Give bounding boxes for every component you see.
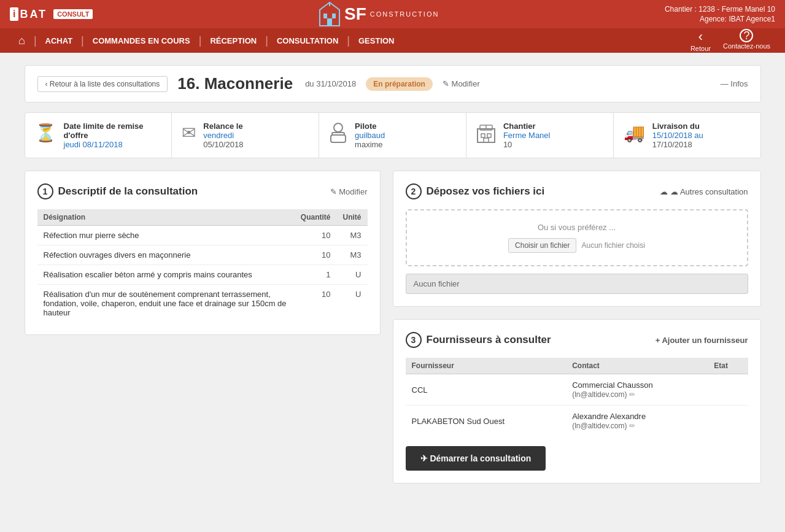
cell-designation: Réalisation d'un mur de soutènement comp…: [37, 285, 295, 323]
supplier-row: PLAKABETON Sud Ouest Alexandre Alexandre…: [406, 406, 748, 437]
edit-contact-icon[interactable]: ✏: [629, 422, 635, 430]
section3-header: 3 Fournisseurs à consulter + Ajouter un …: [406, 332, 748, 348]
supplier-table: Fournisseur Contact Etat CCL Commercial …: [406, 358, 748, 436]
no-file-chosen: Aucun fichier choisi: [581, 241, 644, 250]
cell-fournisseur: PLAKABETON Sud Ouest: [406, 406, 567, 437]
relance-title: Relance le: [203, 121, 243, 131]
choose-file-button[interactable]: Choisir un fichier: [508, 238, 576, 253]
section1-number: 1: [37, 183, 53, 199]
livraison-title: Livraison du: [652, 121, 703, 131]
table-row: Réalisation escalier béton armé y compri…: [37, 265, 368, 285]
cell-contact: Alexandre Alexandre (ln@altidev.com) ✏: [566, 406, 708, 437]
col-designation: Désignation: [37, 209, 295, 226]
col-fournisseur: Fournisseur: [406, 358, 567, 374]
svg-rect-11: [484, 138, 489, 142]
nav-consultation[interactable]: CONSULTATION: [268, 28, 347, 53]
edit-contact-icon[interactable]: ✏: [629, 390, 635, 399]
info-card-livraison: 🚚 Livraison du 15/10/2018 au 17/10/2018: [614, 113, 760, 158]
cell-designation: Réfection ouvrages divers en maçonnerie: [37, 245, 295, 265]
col-unite: Unité: [337, 209, 368, 226]
cell-unite: U: [337, 285, 368, 323]
top-bar: i BAT CONSULT SF CONSTRUCTION Chantier :…: [0, 0, 785, 28]
left-panel: 1 Descriptif de la consultation ✎ Modifi…: [25, 171, 381, 484]
contact-icon: ?: [740, 29, 753, 42]
section1-header: 1 Descriptif de la consultation ✎ Modifi…: [37, 183, 368, 199]
company-logo: SF CONSTRUCTION: [319, 1, 439, 27]
chantier-value: Ferme Manel: [503, 131, 551, 140]
mail-icon: ✉: [182, 123, 196, 143]
deadline-value: jeudi 08/11/2018: [64, 140, 162, 149]
nav-achat[interactable]: ACHAT: [37, 28, 82, 53]
contact-name: Commercial Chausson: [572, 380, 653, 390]
nav-gestion[interactable]: GESTION: [350, 28, 403, 53]
section3-number: 3: [406, 332, 422, 348]
table-row: Réfection ouvrages divers en maçonnerie …: [37, 245, 368, 265]
nav-back-button[interactable]: ‹ Retour: [686, 29, 716, 52]
cell-fournisseur: CCL: [406, 374, 567, 406]
info-card-pilote: Pilote guilbaud maxime: [319, 113, 466, 158]
nav-back-label: Retour: [690, 45, 711, 52]
supplier-row: CCL Commercial Chausson (ln@altidev.com)…: [406, 374, 748, 406]
info-card-chantier: Chantier Ferme Manel 10: [466, 113, 614, 158]
modifier-button[interactable]: ✎ Modifier: [443, 79, 480, 88]
cell-quantite: 10: [295, 245, 337, 265]
relance-value: vendredi: [203, 131, 243, 140]
nav-home[interactable]: ⌂: [10, 28, 34, 53]
cell-unite: M3: [337, 226, 368, 245]
logo-i: i: [10, 7, 18, 21]
section2-header: 2 Déposez vos fichiers ici ☁ ☁ Autres co…: [406, 183, 748, 199]
ibat-logo: i BAT: [10, 7, 47, 21]
chantier-title: Chantier: [503, 121, 551, 131]
person-icon: [329, 123, 347, 149]
drop-text: Ou si vous préférez ...: [538, 223, 616, 232]
building-svg-icon: [319, 1, 341, 27]
cell-designation: Réalisation escalier béton armé y compri…: [37, 265, 295, 285]
descriptif-table: Désignation Quantité Unité Réfection mur…: [37, 209, 368, 322]
sf-construction: CONSTRUCTION: [370, 10, 439, 18]
sf-logo: SF: [344, 4, 366, 24]
cell-etat: [708, 406, 748, 437]
status-badge: En préparation: [366, 77, 433, 91]
right-panel: 2 Déposez vos fichiers ici ☁ ☁ Autres co…: [393, 171, 761, 484]
back-to-list-button[interactable]: ‹ Retour à la liste des consultations: [37, 76, 168, 92]
svg-rect-10: [487, 134, 491, 137]
infos-button[interactable]: — Infos: [721, 79, 748, 88]
nav-commandes[interactable]: COMMANDES EN COURS: [84, 28, 199, 53]
chantier-info: Chantier : 1238 - Ferme Manel 10: [665, 5, 775, 13]
nav-reception[interactable]: RÉCEPTION: [201, 28, 265, 53]
page-title: 16. Maconnerie: [177, 74, 293, 93]
nav-bar: ⌂ | ACHAT | COMMANDES EN COURS | RÉCEPTI…: [0, 28, 785, 53]
agence-info: Agence: IBAT Agence1: [700, 15, 775, 23]
livraison-value: 15/10/2018 au: [652, 131, 703, 140]
hourglass-icon: ⏳: [35, 123, 56, 143]
col-quantite: Quantité: [295, 209, 337, 226]
autres-label: ☁ Autres consultation: [670, 187, 748, 196]
info-card-deadline: ⏳ Date limite de remise d'offre jeudi 08…: [25, 113, 172, 158]
contact-email: (ln@altidev.com): [572, 390, 627, 399]
page-header: ‹ Retour à la liste des consultations 16…: [25, 65, 761, 102]
cell-quantite: 10: [295, 285, 337, 323]
start-consultation-button[interactable]: ✈ Démarrer la consultation: [406, 446, 546, 471]
file-drop-area[interactable]: Ou si vous préférez ... Choisir un fichi…: [406, 209, 748, 266]
svg-rect-3: [327, 18, 332, 26]
nav-contact-button[interactable]: ? Contactez-nous: [718, 29, 775, 52]
livraison-value2: 17/10/2018: [652, 140, 703, 149]
section1-modifier-button[interactable]: ✎ Modifier: [330, 187, 368, 196]
section1-title: Descriptif de la consultation: [58, 185, 198, 198]
autres-consultation-button[interactable]: ☁ ☁ Autres consultation: [660, 187, 748, 196]
col-contact: Contact: [566, 358, 708, 374]
nav-right-actions: ‹ Retour ? Contactez-nous: [686, 29, 775, 52]
svg-rect-7: [331, 135, 346, 142]
section2-number: 2: [406, 183, 422, 199]
chantier-value2: 10: [503, 140, 551, 149]
add-supplier-button[interactable]: + Ajouter un fournisseur: [655, 336, 748, 345]
svg-point-5: [334, 123, 342, 132]
cell-contact: Commercial Chausson (ln@altidev.com) ✏: [566, 374, 708, 406]
svg-rect-9: [481, 134, 485, 137]
pilote-title: Pilote: [355, 121, 385, 131]
page-date: du 31/10/2018: [305, 79, 356, 88]
info-card-relance: ✉ Relance le vendredi 05/10/2018: [172, 113, 319, 158]
contact-email: (ln@altidev.com): [572, 422, 627, 430]
page-container: ‹ Retour à la liste des consultations 16…: [12, 53, 773, 496]
section3-title: Fournisseurs à consulter: [427, 334, 551, 346]
